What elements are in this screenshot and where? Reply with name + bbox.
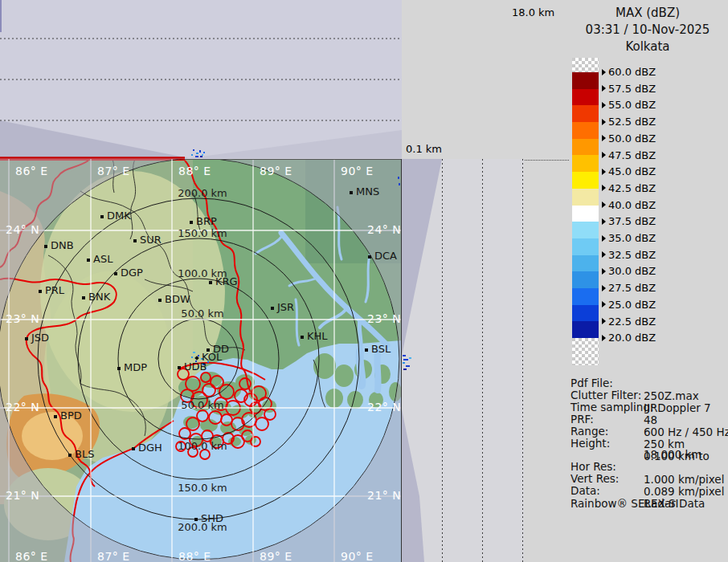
metadata-label: PRF: <box>571 413 728 426</box>
metadata-row: PRF:600 Hz / 450 Hz <box>571 413 728 426</box>
legend-level-label: 32.5 dBZ <box>602 249 656 261</box>
city-label-JSD: JSD <box>31 332 49 344</box>
city-label-BLS: BLS <box>75 448 94 460</box>
city-label-SUR: SUR <box>140 234 162 246</box>
legend-level-label: 30.0 dBZ <box>602 265 656 277</box>
legend-band <box>572 222 599 238</box>
city-label-DMK: DMK <box>107 210 131 222</box>
legend-level-label: 42.5 dBZ <box>602 182 656 194</box>
city-label-DCA: DCA <box>374 250 397 262</box>
city-marker-SUR <box>133 239 137 242</box>
legend-level-text: 60.0 dBZ <box>608 66 656 78</box>
metadata-label: Range: <box>571 425 728 438</box>
legend-band <box>572 271 599 288</box>
legend-level-label: 22.5 dBZ <box>602 316 656 328</box>
legend-level-text: 50.0 dBZ <box>608 132 656 145</box>
metadata-row: Data:Radar Data <box>571 484 728 497</box>
legend-tick-arrow-icon <box>602 135 606 141</box>
latitude-label: 23° N <box>367 312 401 325</box>
legend-level-label: 25.0 dBZ <box>602 299 656 311</box>
top-panel-graphics <box>0 0 402 159</box>
city-marker-DMK <box>100 215 104 218</box>
metadata-row: Height:0.100 km to <box>571 437 728 450</box>
legend-tick-arrow-icon <box>602 202 606 208</box>
city-marker-JSR <box>271 307 274 310</box>
legend-level-text: 45.0 dBZ <box>608 165 656 177</box>
legend-level-label: 40.0 dBZ <box>602 199 656 211</box>
legend-tick-arrow-icon <box>602 185 606 191</box>
city-marker-BDW <box>158 299 162 302</box>
legend-band <box>572 122 599 139</box>
legend-band <box>572 189 599 206</box>
longitude-label: 87° E <box>97 550 130 562</box>
legend-level-label: 57.5 dBZ <box>602 83 656 95</box>
latitude-label: 22° N <box>6 401 39 413</box>
legend-band <box>572 238 599 255</box>
city-label-BRP: BRP <box>196 215 217 227</box>
legend-level-text: 20.0 dBZ <box>608 332 656 344</box>
station-name: Kolkata <box>567 39 728 55</box>
product-datetime: 03:31 / 10-Nov-2025 <box>567 22 728 39</box>
metadata-row: Pdf File:250Z.max <box>571 377 728 389</box>
legend-level-text: 57.5 dBZ <box>608 83 656 95</box>
range-ring-label: 150.0 km <box>178 227 227 239</box>
legend-tick-arrow-icon <box>602 251 606 258</box>
legend-band <box>572 139 599 156</box>
city-marker-DGH <box>132 447 135 450</box>
legend-level-text: 35.0 dBZ <box>608 232 656 244</box>
metadata-label: Vert Res: <box>571 472 728 485</box>
city-label-BPD: BPD <box>60 409 82 422</box>
legend-level-text: 40.0 dBZ <box>608 199 656 211</box>
legend-level-label: 52.5 dBZ <box>602 116 656 128</box>
longitude-label: 89° E <box>260 550 292 562</box>
legend-tick-arrow-icon <box>602 318 606 324</box>
city-marker-DCA <box>368 255 371 259</box>
legend-level-text: 22.5 dBZ <box>608 316 656 328</box>
vertical-projection-panel-right <box>402 159 524 562</box>
legend-level-text: 42.5 dBZ <box>608 182 656 194</box>
longitude-label: 86° E <box>15 165 48 177</box>
legend-tick-arrow-icon <box>602 268 606 275</box>
legend-level-label: 50.0 dBZ <box>602 132 656 145</box>
latitude-label: 21° N <box>367 489 401 502</box>
legend-tick-arrow-icon <box>602 152 606 158</box>
legend-tick-arrow-icon <box>602 335 606 341</box>
legend-level-text: 30.0 dBZ <box>608 265 656 277</box>
city-label-PRL: PRL <box>45 284 64 296</box>
radar-map-panel: 86° E86° E87° E87° E88° E88° E89° E89° E… <box>0 159 402 562</box>
city-marker-BSL <box>365 348 368 352</box>
metadata-row: Clutter Filter:IIRDoppler 7 <box>571 389 728 401</box>
legend-level-label: 45.0 dBZ <box>602 165 656 177</box>
metadata-label: Pdf File: <box>571 377 728 389</box>
legend-tick-arrow-icon <box>602 119 606 125</box>
metadata-row: Range:250 km <box>571 425 728 438</box>
legend-header: MAX (dBZ) 03:31 / 10-Nov-2025 Kolkata <box>567 5 728 55</box>
legend-level-label: 60.0 dBZ <box>602 66 656 78</box>
legend-tick-arrow-icon <box>602 85 606 92</box>
longitude-label: 86° E <box>15 550 48 562</box>
city-label-DGH: DGH <box>138 442 162 454</box>
legend-band <box>572 305 599 322</box>
city-marker-UDB <box>178 366 181 369</box>
city-marker-JSD <box>25 337 28 340</box>
city-marker-KHL <box>301 336 304 339</box>
city-marker-ASL <box>87 259 90 262</box>
metadata-label: Time sampling: <box>571 401 728 413</box>
city-marker-MNS <box>350 191 353 194</box>
range-ring-label: 150.0 km <box>178 482 227 494</box>
vertical-projection-panel-top <box>0 0 402 159</box>
city-label-BNK: BNK <box>88 291 110 303</box>
metadata-value: 18.000 km <box>644 448 702 461</box>
city-marker-BPD <box>54 415 57 418</box>
latitude-label: 22° N <box>367 401 401 413</box>
city-label-BDW: BDW <box>165 293 190 305</box>
city-label-DGP: DGP <box>121 267 143 279</box>
legend-band <box>572 72 599 89</box>
city-marker-DGP <box>114 272 117 275</box>
legend-band <box>572 288 599 305</box>
city-label-UDB: UDB <box>184 360 207 373</box>
legend-band <box>572 155 599 172</box>
longitude-label: 87° E <box>97 165 130 177</box>
product-title: MAX (dBZ) <box>567 5 728 22</box>
latitude-label: 24° N <box>6 223 39 236</box>
